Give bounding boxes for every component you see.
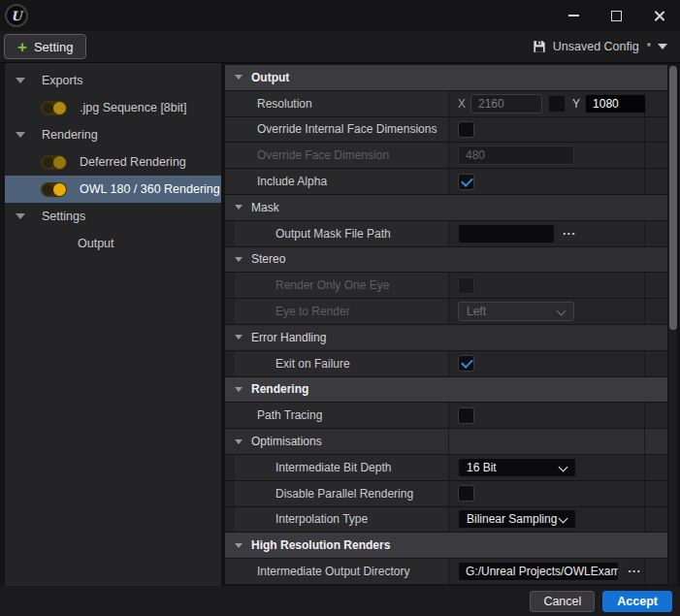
resolution-y-axis-label: Y [572, 97, 580, 111]
property-label: Path Tracing [225, 403, 449, 428]
section-header-output[interactable]: Output [225, 65, 667, 91]
resolution-swatch [548, 95, 566, 113]
close-icon [653, 10, 665, 22]
row-path-tracing: Path Tracing [225, 403, 667, 429]
row-resolution: Resolution X Y [225, 91, 667, 117]
expand-arrow-icon[interactable] [16, 132, 25, 138]
property-label: Intermediate Bit Depth [225, 455, 449, 480]
sidebar-item-output[interactable]: Output [5, 230, 221, 257]
collapse-arrow-icon[interactable] [235, 335, 243, 340]
row-render-only-one-eye: Render Only One Eye [225, 273, 667, 299]
section-header-mask[interactable]: Mask [225, 195, 667, 221]
override-internal-face-dimensions-checkbox[interactable] [458, 121, 474, 138]
enable-toggle[interactable] [41, 155, 67, 170]
close-button[interactable] [637, 0, 680, 31]
expand-arrow-icon[interactable] [16, 213, 25, 219]
section-label: Rendering [251, 382, 308, 396]
property-rows: Output Resolution X Y Override Internal … [225, 65, 667, 585]
scrollbar-thumb[interactable] [669, 66, 677, 330]
property-label: Intermediate Output Directory [225, 559, 449, 584]
footer-bar: Cancel Accept [0, 586, 680, 616]
cancel-button[interactable]: Cancel [530, 591, 595, 612]
render-only-one-eye-checkbox [458, 277, 474, 294]
intermediate-bit-depth-dropdown[interactable]: 16 Bit [458, 458, 576, 477]
sidebar-item-jpg-sequence[interactable]: .jpg Sequence [8bit] [5, 94, 221, 121]
section-label: Stereo [251, 252, 285, 266]
browse-button[interactable]: ... [563, 226, 576, 242]
browse-button[interactable]: ... [625, 565, 644, 579]
section-label: High Resolution Renders [251, 538, 390, 552]
property-label: Exit on Failure [225, 351, 449, 376]
plus-icon [17, 39, 27, 55]
section-label: Optimisations [251, 435, 322, 448]
maximize-button[interactable] [595, 0, 637, 31]
section-header-error-handling[interactable]: Error Handling [225, 325, 667, 351]
section-header-optimisations[interactable]: Optimisations [225, 429, 667, 455]
row-intermediate-output-directory: Intermediate Output Directory ... [225, 559, 667, 585]
unreal-engine-logo-icon [5, 4, 28, 27]
sidebar-category-label: Exports [42, 74, 82, 87]
section-header-stereo[interactable]: Stereo [225, 247, 667, 274]
resolution-x-input[interactable] [470, 94, 542, 113]
section-label: Error Handling [251, 331, 326, 344]
output-mask-file-path-input[interactable] [458, 224, 555, 243]
minimize-button[interactable] [552, 0, 595, 31]
row-eye-to-render: Eye to Render Left [225, 299, 667, 325]
accept-button[interactable]: Accept [602, 591, 672, 612]
sidebar-category-exports[interactable]: Exports [5, 67, 221, 94]
sidebar-item-owl-180-360-rendering[interactable]: OWL 180 / 360 Rendering [5, 176, 221, 203]
collapse-arrow-icon[interactable] [235, 205, 243, 210]
chevron-down-icon [658, 44, 667, 49]
collapse-arrow-icon[interactable] [235, 257, 243, 262]
property-label: Override Face Dimension [225, 143, 449, 168]
details-panel: Output Resolution X Y Override Internal … [225, 63, 680, 586]
sidebar-category-settings[interactable]: Settings [5, 203, 221, 230]
sidebar-item-deferred-rendering[interactable]: Deferred Rendering [5, 148, 221, 176]
property-label: Render Only One Eye [225, 273, 449, 298]
section-label: Mask [251, 201, 279, 214]
section-header-rendering[interactable]: Rendering [225, 377, 667, 404]
sidebar-item-label: .jpg Sequence [8bit] [80, 101, 187, 114]
chevron-down-icon [557, 308, 566, 315]
exit-on-failure-checkbox[interactable] [458, 355, 474, 372]
interpolation-type-dropdown[interactable]: Bilinear Sampling [458, 509, 576, 529]
dropdown-value: Left [467, 305, 486, 318]
intermediate-output-directory-input[interactable] [458, 562, 619, 581]
section-header-high-resolution-renders[interactable]: High Resolution Renders [225, 533, 667, 559]
row-include-alpha: Include Alpha [225, 169, 667, 195]
sidebar-category-rendering[interactable]: Rendering [5, 121, 221, 148]
dropdown-value: 16 Bit [467, 461, 497, 474]
scrollbar-track[interactable] [668, 65, 677, 585]
sidebar-category-label: Rendering [42, 128, 98, 142]
collapse-arrow-icon[interactable] [235, 543, 243, 548]
section-label: Output [251, 71, 289, 84]
collapse-arrow-icon[interactable] [235, 439, 243, 444]
disable-parallel-rendering-checkbox[interactable] [458, 485, 474, 502]
setting-tab-label: Setting [34, 40, 73, 54]
property-label: Output Mask File Path [225, 221, 449, 246]
property-label: Eye to Render [225, 299, 449, 324]
maximize-icon [611, 11, 622, 21]
sidebar-item-label: Deferred Rendering [80, 155, 186, 169]
sidebar-category-label: Settings [42, 210, 85, 223]
enable-toggle[interactable] [41, 182, 67, 197]
collapse-arrow-icon[interactable] [235, 387, 243, 392]
row-intermediate-bit-depth: Intermediate Bit Depth 16 Bit [225, 455, 667, 481]
enable-toggle[interactable] [41, 101, 67, 115]
collapse-arrow-icon[interactable] [235, 75, 243, 80]
path-tracing-checkbox[interactable] [458, 407, 474, 424]
override-face-dimension-input [458, 146, 574, 165]
config-dropdown[interactable]: Unsaved Config * [533, 40, 667, 53]
expand-arrow-icon[interactable] [16, 78, 25, 83]
property-label: Disable Parallel Rendering [225, 481, 449, 506]
include-alpha-checkbox[interactable] [458, 174, 474, 190]
property-label: Interpolation Type [225, 507, 449, 533]
config-modified-marker: * [647, 41, 651, 52]
resolution-x-axis-label: X [458, 97, 466, 111]
setting-tab[interactable]: Setting [4, 34, 86, 59]
toolbar: Setting Unsaved Config * [0, 31, 680, 63]
row-interpolation-type: Interpolation Type Bilinear Sampling [225, 507, 667, 534]
title-bar [0, 0, 680, 31]
eye-to-render-dropdown: Left [458, 302, 574, 321]
minimize-icon [568, 15, 579, 16]
